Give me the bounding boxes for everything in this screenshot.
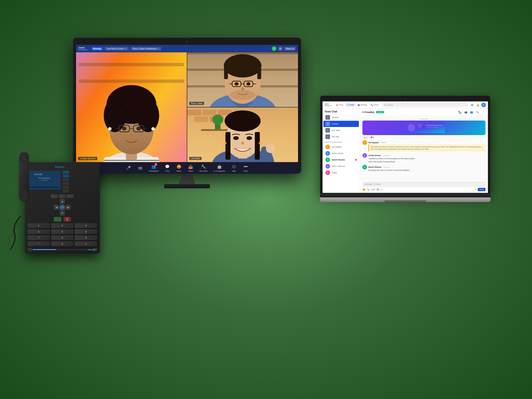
phone-key-0[interactable]: 0 bbox=[51, 241, 74, 246]
participants-badge: 3 bbox=[154, 163, 157, 166]
phone-dpad-left[interactable]: ◀ bbox=[54, 205, 59, 210]
apps-button[interactable]: ⬡ Apps bbox=[231, 164, 237, 172]
mute-button[interactable]: 🎤 bbox=[126, 165, 131, 171]
zwp-dm-aaron[interactable]: A Aaron Anderson bbox=[323, 163, 359, 169]
ai-rewrite-button[interactable]: ✨ bbox=[474, 188, 477, 191]
share-button[interactable]: 📤 Share bbox=[188, 164, 193, 172]
reaction-thumbs-up[interactable]: 👍 4 bbox=[362, 136, 368, 139]
close-tab-2[interactable]: ✕ bbox=[157, 48, 159, 50]
zwp-video-button[interactable]: 📹 bbox=[463, 110, 468, 114]
phone-dpad-right[interactable]: ▶ bbox=[66, 205, 71, 210]
react-button[interactable]: 🤩 React bbox=[176, 164, 182, 172]
phone-key-2[interactable]: 2 bbox=[51, 223, 74, 228]
phone-line-btn-6[interactable] bbox=[63, 190, 69, 192]
phone-softkey-3[interactable]: ... bbox=[67, 195, 74, 198]
phone-key-5[interactable]: 5 bbox=[51, 229, 74, 234]
more-button[interactable]: ••• More bbox=[243, 164, 248, 172]
zwp-profile-button[interactable]: Z bbox=[481, 103, 486, 107]
shield-icon[interactable]: 🛡 bbox=[272, 46, 276, 51]
zwp-message-input[interactable]: Message # Creative bbox=[362, 181, 485, 187]
phone-screen-brand: VVX 450 bbox=[34, 172, 54, 176]
host-tools-button[interactable]: 🔧 Host tools bbox=[199, 164, 208, 172]
svg-rect-46 bbox=[276, 52, 280, 53]
dm-name-naomi: Naomi Sharma bbox=[332, 159, 345, 161]
phone-line-btn-4[interactable] bbox=[63, 182, 69, 185]
phone-softkey-2[interactable]: ... bbox=[59, 195, 66, 198]
phone-key-6[interactable]: 6 bbox=[75, 229, 97, 234]
channel-icon-creative: # bbox=[325, 121, 330, 126]
phone-key-7[interactable]: 7 bbox=[27, 235, 50, 240]
emoji-button[interactable]: 😊 bbox=[362, 188, 366, 191]
screen-share-tab-2[interactable]: Rocco Tapia's whiteboard ✕ bbox=[131, 47, 161, 51]
phone-answer-button[interactable]: 📞 bbox=[54, 217, 61, 222]
zwp-channel-devteam[interactable]: # Dev-Team bbox=[323, 127, 359, 133]
zwp-search-in-chat-button[interactable]: 🔍 bbox=[475, 110, 480, 114]
participant-bg-lea bbox=[187, 108, 298, 162]
zwp-more-options-button[interactable]: ⋮ bbox=[481, 110, 485, 114]
phone-key-3[interactable]: 3 bbox=[75, 223, 97, 228]
phone-key-8[interactable]: 8 bbox=[51, 235, 74, 240]
phone-key-4[interactable]: 4 bbox=[27, 229, 50, 234]
phone-dpad-center[interactable]: OK bbox=[59, 204, 65, 210]
send-button[interactable]: Send bbox=[478, 188, 485, 191]
star-icon[interactable]: ★ bbox=[278, 46, 283, 51]
screen-share-tab-1[interactable]: Lea Hahn's screen ✕ bbox=[105, 47, 129, 51]
zwp-dm-poppy[interactable]: P Poppy bbox=[323, 170, 359, 176]
zwp-members-button[interactable]: 👥 bbox=[469, 110, 474, 114]
phone-key-1[interactable]: 1 bbox=[27, 223, 50, 228]
views-button[interactable]: Views ⊞ bbox=[284, 47, 296, 51]
phone-nav-label: Phone bbox=[374, 104, 379, 106]
phone-line-btn-1[interactable] bbox=[63, 171, 69, 174]
reaction-heart[interactable]: ❤️ 2 bbox=[369, 136, 375, 139]
zwp-channel-creative[interactable]: # Creative bbox=[323, 121, 359, 127]
zwp-nav-phone[interactable]: 📞 Phone bbox=[369, 103, 380, 107]
svg-text:HDvoice: HDvoice bbox=[88, 249, 95, 251]
zwp-notifications-button[interactable]: 🔔 bbox=[475, 103, 480, 107]
close-tab-1[interactable]: ✕ bbox=[125, 48, 127, 50]
phone-dpad-up[interactable]: ▲ bbox=[60, 199, 65, 204]
laptop-bottom-edge bbox=[320, 194, 490, 197]
chat-button[interactable]: 💬 Chat bbox=[164, 164, 170, 172]
meeting-badge[interactable]: Meeting bbox=[91, 47, 103, 50]
phone-key-9[interactable]: 9 bbox=[75, 235, 97, 240]
phone-line-btn-2[interactable] bbox=[63, 175, 69, 177]
zwp-message-naomi: N Naomi Sharma 3:45 PM It's going well, … bbox=[362, 165, 485, 172]
zwp-dm-simon[interactable]: S Simon Adams bbox=[323, 150, 359, 157]
phone-line-btn-5[interactable] bbox=[63, 186, 69, 189]
zwp-search-bar[interactable]: 🔍 Search bbox=[382, 103, 468, 107]
svg-rect-41 bbox=[196, 52, 200, 53]
zwp-settings-button[interactable]: ⚙️ bbox=[470, 103, 474, 107]
svg-rect-39 bbox=[190, 52, 193, 53]
screenshot-button[interactable]: 🖼 bbox=[377, 188, 379, 191]
participants-button[interactable]: 👥 3 Participants bbox=[149, 164, 158, 172]
share-label: Share bbox=[188, 170, 193, 172]
zwp-dm-tori[interactable]: T Tori Rogues bbox=[323, 144, 359, 150]
attach-button[interactable]: 📎 bbox=[367, 188, 370, 191]
phone-vol-down[interactable]: − bbox=[27, 248, 32, 251]
phone-softkey-1[interactable]: ... bbox=[51, 195, 58, 198]
desktop-monitor: zoom Workplace Meeting Lea Hahn's screen… bbox=[73, 38, 301, 188]
svg-point-84 bbox=[224, 142, 227, 144]
phone-keypad: 1 2 3 4 5 6 7 8 9 * 0 # bbox=[27, 223, 97, 246]
zwp-call-button[interactable]: 📞 bbox=[458, 110, 462, 114]
phone-end-button[interactable]: 📵 bbox=[63, 217, 71, 222]
zwp-image-attachment[interactable] bbox=[362, 120, 485, 135]
phone-line-btn-3[interactable] bbox=[63, 178, 69, 181]
ai-companion-button[interactable]: 🤖 AI Companion bbox=[213, 164, 225, 172]
zwp-channel-general[interactable]: # General bbox=[323, 114, 359, 120]
gif-button[interactable]: GIF bbox=[371, 188, 375, 191]
video-button[interactable]: 📹 bbox=[137, 165, 143, 171]
msg-content-naomi: Naomi Sharma 3:45 PM It's going well, we… bbox=[368, 165, 485, 172]
phone-key-hash[interactable]: # bbox=[75, 241, 97, 246]
zwp-dm-naomi[interactable]: N Naomi Sharma bbox=[323, 157, 359, 163]
more-icon: ••• bbox=[243, 164, 248, 170]
phone-key-star[interactable]: * bbox=[27, 241, 50, 246]
zwp-nav-meetings[interactable]: 📹 Meetings bbox=[356, 103, 369, 107]
msg-content-ted: Ted Nguyen 3:15 PM I just wanted to take… bbox=[368, 140, 485, 152]
zwp-nav-chat[interactable]: 💬 Chat bbox=[345, 103, 355, 107]
zwp-nav-home[interactable]: 🏠 Home bbox=[334, 103, 345, 107]
zwp-channel-panchat[interactable]: # Pan chat bbox=[323, 134, 359, 140]
phone-dpad-down[interactable]: ▼ bbox=[60, 211, 65, 216]
svg-point-59 bbox=[235, 82, 239, 85]
code-button[interactable]: { } bbox=[380, 188, 383, 191]
